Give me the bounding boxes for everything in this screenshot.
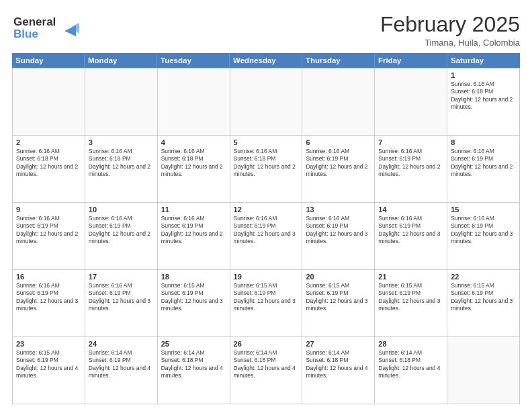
day-info: Sunrise: 6:15 AM Sunset: 6:19 PM Dayligh… [306,282,371,313]
location: Timana, Huila, Colombia [380,38,520,48]
day-number: 27 [306,340,371,348]
day-cell: 13Sunrise: 6:16 AM Sunset: 6:19 PM Dayli… [302,203,375,269]
day-cell: 16Sunrise: 6:16 AM Sunset: 6:19 PM Dayli… [13,270,85,336]
header-wednesday: Wednesday [230,53,302,68]
day-cell [13,68,85,135]
day-number: 14 [378,205,443,214]
logo-svg: General Blue [12,12,86,42]
day-info: Sunrise: 6:14 AM Sunset: 6:18 PM Dayligh… [306,349,371,380]
day-number: 20 [306,273,371,281]
day-info: Sunrise: 6:16 AM Sunset: 6:19 PM Dayligh… [306,215,371,246]
day-cell: 26Sunrise: 6:14 AM Sunset: 6:18 PM Dayli… [230,337,303,404]
day-info: Sunrise: 6:16 AM Sunset: 6:19 PM Dayligh… [16,282,81,313]
day-cell: 6Sunrise: 6:16 AM Sunset: 6:19 PM Daylig… [302,136,375,202]
day-info: Sunrise: 6:16 AM Sunset: 6:18 PM Dayligh… [161,148,226,179]
day-info: Sunrise: 6:16 AM Sunset: 6:19 PM Dayligh… [89,282,154,313]
day-info: Sunrise: 6:16 AM Sunset: 6:18 PM Dayligh… [234,148,299,179]
day-info: Sunrise: 6:16 AM Sunset: 6:19 PM Dayligh… [89,215,154,246]
header-tuesday: Tuesday [157,53,230,68]
logo: General Blue [12,12,86,44]
day-number: 3 [89,138,154,146]
day-info: Sunrise: 6:15 AM Sunset: 6:19 PM Dayligh… [378,282,443,313]
day-cell: 5Sunrise: 6:16 AM Sunset: 6:18 PM Daylig… [230,136,303,202]
day-number: 12 [234,205,299,214]
header: General Blue February 2025 Timana, Huila… [12,12,520,48]
day-cell [85,68,158,135]
header-thursday: Thursday [302,53,375,68]
title-section: February 2025 Timana, Huila, Colombia [380,12,520,48]
day-number: 24 [89,340,154,348]
day-number: 13 [306,205,371,214]
header-friday: Friday [375,53,447,68]
day-info: Sunrise: 6:16 AM Sunset: 6:19 PM Dayligh… [451,148,516,179]
day-number: 18 [161,273,226,281]
week-1: 1Sunrise: 6:16 AM Sunset: 6:18 PM Daylig… [13,68,520,136]
week-3: 9Sunrise: 6:16 AM Sunset: 6:19 PM Daylig… [13,203,520,270]
day-number: 25 [161,340,226,348]
day-number: 16 [16,273,81,281]
day-number: 7 [378,138,443,146]
day-info: Sunrise: 6:16 AM Sunset: 6:18 PM Dayligh… [451,81,516,111]
day-cell: 4Sunrise: 6:16 AM Sunset: 6:18 PM Daylig… [158,136,230,202]
day-cell [447,337,520,404]
day-cell: 25Sunrise: 6:14 AM Sunset: 6:18 PM Dayli… [158,337,230,404]
day-info: Sunrise: 6:16 AM Sunset: 6:19 PM Dayligh… [451,215,516,246]
day-cell: 22Sunrise: 6:15 AM Sunset: 6:19 PM Dayli… [447,270,520,336]
day-number: 21 [378,273,443,281]
day-info: Sunrise: 6:16 AM Sunset: 6:19 PM Dayligh… [306,148,371,179]
day-cell: 18Sunrise: 6:15 AM Sunset: 6:19 PM Dayli… [158,270,230,336]
day-number: 26 [234,340,299,348]
day-cell: 27Sunrise: 6:14 AM Sunset: 6:18 PM Dayli… [302,337,375,404]
day-number: 28 [378,340,443,348]
day-info: Sunrise: 6:14 AM Sunset: 6:18 PM Dayligh… [378,349,443,380]
day-info: Sunrise: 6:16 AM Sunset: 6:18 PM Dayligh… [16,148,81,179]
calendar: Sunday Monday Tuesday Wednesday Thursday… [12,53,520,404]
day-number: 17 [89,273,154,281]
day-cell: 15Sunrise: 6:16 AM Sunset: 6:19 PM Dayli… [447,203,520,269]
day-number: 8 [451,138,516,146]
day-cell: 28Sunrise: 6:14 AM Sunset: 6:18 PM Dayli… [375,337,447,404]
day-cell: 20Sunrise: 6:15 AM Sunset: 6:19 PM Dayli… [302,270,375,336]
day-number: 22 [451,273,516,281]
day-info: Sunrise: 6:16 AM Sunset: 6:19 PM Dayligh… [378,148,443,179]
day-number: 1 [451,71,516,79]
day-cell [302,68,375,135]
day-cell: 21Sunrise: 6:15 AM Sunset: 6:19 PM Dayli… [375,270,447,336]
day-number: 5 [234,138,299,146]
day-cell: 1Sunrise: 6:16 AM Sunset: 6:18 PM Daylig… [447,68,520,135]
day-info: Sunrise: 6:15 AM Sunset: 6:19 PM Dayligh… [234,282,299,313]
calendar-header: Sunday Monday Tuesday Wednesday Thursday… [12,53,520,68]
day-info: Sunrise: 6:16 AM Sunset: 6:19 PM Dayligh… [378,215,443,246]
day-number: 4 [161,138,226,146]
week-5: 23Sunrise: 6:15 AM Sunset: 6:19 PM Dayli… [13,337,520,404]
calendar-body: 1Sunrise: 6:16 AM Sunset: 6:18 PM Daylig… [12,68,520,404]
day-info: Sunrise: 6:15 AM Sunset: 6:19 PM Dayligh… [16,349,81,380]
day-cell [230,68,303,135]
day-cell: 12Sunrise: 6:16 AM Sunset: 6:19 PM Dayli… [230,203,303,269]
month-title: February 2025 [380,12,520,37]
day-cell: 19Sunrise: 6:15 AM Sunset: 6:19 PM Dayli… [230,270,303,336]
day-cell: 14Sunrise: 6:16 AM Sunset: 6:19 PM Dayli… [375,203,447,269]
day-cell [158,68,230,135]
day-cell: 7Sunrise: 6:16 AM Sunset: 6:19 PM Daylig… [375,136,447,202]
day-info: Sunrise: 6:15 AM Sunset: 6:19 PM Dayligh… [161,282,226,313]
week-4: 16Sunrise: 6:16 AM Sunset: 6:19 PM Dayli… [13,270,520,337]
svg-text:Blue: Blue [13,28,38,40]
header-sunday: Sunday [12,53,85,68]
day-info: Sunrise: 6:16 AM Sunset: 6:19 PM Dayligh… [161,215,226,246]
day-cell: 8Sunrise: 6:16 AM Sunset: 6:19 PM Daylig… [447,136,520,202]
day-info: Sunrise: 6:14 AM Sunset: 6:18 PM Dayligh… [234,349,299,380]
day-cell: 9Sunrise: 6:16 AM Sunset: 6:19 PM Daylig… [13,203,85,269]
day-number: 11 [161,205,226,214]
week-2: 2Sunrise: 6:16 AM Sunset: 6:18 PM Daylig… [13,136,520,203]
day-info: Sunrise: 6:14 AM Sunset: 6:18 PM Dayligh… [161,349,226,380]
day-cell: 3Sunrise: 6:16 AM Sunset: 6:18 PM Daylig… [85,136,158,202]
day-number: 10 [89,205,154,214]
day-info: Sunrise: 6:16 AM Sunset: 6:18 PM Dayligh… [89,148,154,179]
svg-text:General: General [13,15,56,28]
day-info: Sunrise: 6:15 AM Sunset: 6:19 PM Dayligh… [451,282,516,313]
day-cell: 10Sunrise: 6:16 AM Sunset: 6:19 PM Dayli… [85,203,158,269]
day-number: 2 [16,138,81,146]
header-saturday: Saturday [447,53,520,68]
day-number: 15 [451,205,516,214]
